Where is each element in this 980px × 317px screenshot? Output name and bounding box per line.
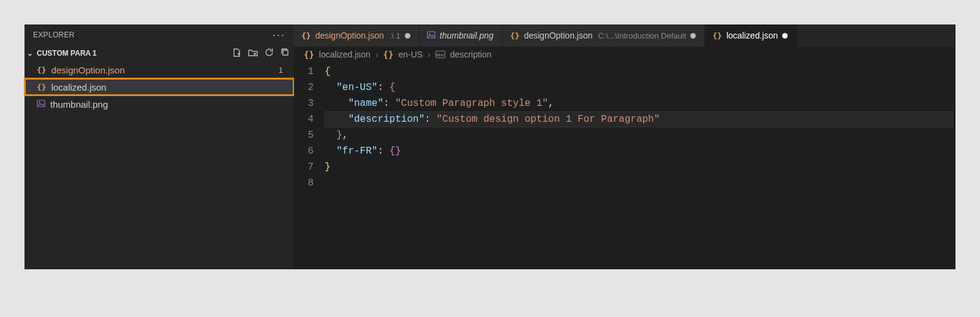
- editor-area: {} designOption.json .\ 1 thumbnail.png …: [294, 24, 956, 269]
- dirty-indicator-icon: [782, 33, 788, 39]
- code-token: ,: [548, 98, 554, 109]
- dirty-indicator-icon: [405, 33, 410, 39]
- file-badge: 1: [279, 65, 283, 75]
- svg-point-1: [39, 102, 40, 103]
- image-icon: [427, 31, 435, 41]
- file-item-thumbnail[interactable]: thumbnail.png: [24, 95, 294, 113]
- file-item-designoption[interactable]: {} designOption.json 1: [24, 61, 294, 78]
- new-file-icon[interactable]: [232, 48, 242, 59]
- code-editor[interactable]: 1 2 3 4 5 6 7 8 { "en-US": { "name": "Cu…: [294, 62, 956, 191]
- code-token: :: [377, 146, 389, 157]
- file-name: localized.json: [51, 82, 107, 92]
- code-body[interactable]: { "en-US": { "name": "Custom Paragraph s…: [325, 64, 956, 191]
- line-number: 5: [294, 127, 314, 143]
- line-number: 6: [294, 143, 314, 159]
- tab-title: designOption.json: [315, 31, 384, 40]
- tab-localized[interactable]: {} localized.json: [705, 24, 797, 47]
- folder-section-header[interactable]: ⌄ CUSTOM PARA 1: [24, 45, 294, 61]
- line-number: 8: [294, 175, 314, 191]
- json-icon: {}: [37, 83, 47, 92]
- tab-subpath: C:\...\Introduction Default: [598, 31, 687, 40]
- code-token: }: [325, 162, 331, 173]
- code-token: {: [390, 82, 396, 93]
- line-gutter: 1 2 3 4 5 6 7 8: [294, 64, 325, 191]
- explorer-toolbar: [232, 47, 290, 59]
- code-token: "Custom Paragraph style 1": [395, 98, 548, 109]
- file-tree: {} designOption.json 1 {} localized.json…: [24, 61, 294, 113]
- vscode-window: EXPLORER ··· ⌄ CUSTOM PARA 1: [24, 24, 956, 269]
- tab-title: designOption.json: [524, 31, 592, 40]
- chevron-right-icon: ›: [428, 50, 431, 59]
- json-icon: {}: [510, 31, 520, 40]
- code-token: "en-US": [336, 82, 377, 93]
- collapse-all-icon[interactable]: [281, 48, 290, 59]
- refresh-icon[interactable]: [264, 47, 274, 59]
- svg-point-3: [429, 33, 430, 34]
- file-name: designOption.json: [51, 65, 125, 75]
- explorer-title: EXPLORER: [33, 31, 75, 39]
- code-token: :: [383, 98, 395, 109]
- line-number: 4: [294, 111, 314, 127]
- code-token: :: [424, 114, 436, 125]
- line-number: 2: [294, 80, 314, 95]
- chevron-down-icon: ⌄: [27, 49, 33, 58]
- code-token: {}: [390, 146, 401, 157]
- line-number: 3: [294, 95, 314, 111]
- tab-designoption-1[interactable]: {} designOption.json .\ 1: [294, 24, 420, 47]
- breadcrumb[interactable]: {} localized.json › {} en-US › abc descr…: [294, 47, 956, 62]
- folder-name: CUSTOM PARA 1: [37, 49, 97, 58]
- dirty-indicator-icon: [690, 33, 696, 39]
- tab-title: localized.json: [726, 31, 778, 40]
- tab-subpath: .\ 1: [390, 31, 401, 40]
- more-actions-icon[interactable]: ···: [273, 29, 285, 42]
- string-icon: abc: [435, 51, 445, 58]
- code-token: "fr-FR": [336, 146, 377, 157]
- file-name: thumbnail.png: [50, 99, 108, 110]
- new-folder-icon[interactable]: [248, 48, 258, 59]
- json-icon: {}: [383, 50, 394, 59]
- tab-designoption-2[interactable]: {} designOption.json C:\...\Introduction…: [503, 24, 706, 47]
- line-number: 7: [294, 159, 314, 175]
- explorer-header: EXPLORER ···: [24, 24, 294, 45]
- breadcrumb-segment[interactable]: description: [450, 50, 492, 59]
- json-icon: {}: [301, 31, 311, 40]
- file-item-localized[interactable]: {} localized.json: [24, 78, 294, 95]
- code-token: ,: [342, 130, 349, 141]
- line-number: 1: [294, 64, 314, 80]
- breadcrumb-segment[interactable]: en-US: [398, 50, 423, 59]
- code-token: {: [325, 66, 331, 77]
- editor-tabs: {} designOption.json .\ 1 thumbnail.png …: [294, 24, 956, 47]
- json-icon: {}: [304, 50, 314, 59]
- code-token: "name": [348, 98, 383, 109]
- code-token: "description": [348, 114, 424, 125]
- code-token: "Custom design option 1 For Paragraph": [436, 114, 660, 125]
- json-icon: {}: [37, 65, 47, 75]
- json-icon: {}: [712, 31, 722, 40]
- code-token: }: [336, 130, 342, 141]
- tab-title: thumbnail.png: [440, 31, 494, 40]
- code-token: :: [377, 82, 389, 93]
- breadcrumb-file[interactable]: localized.json: [319, 50, 371, 59]
- chevron-right-icon: ›: [375, 50, 379, 59]
- explorer-sidebar: EXPLORER ··· ⌄ CUSTOM PARA 1: [24, 24, 294, 269]
- image-icon: [37, 99, 45, 110]
- tab-thumbnail[interactable]: thumbnail.png: [420, 24, 503, 47]
